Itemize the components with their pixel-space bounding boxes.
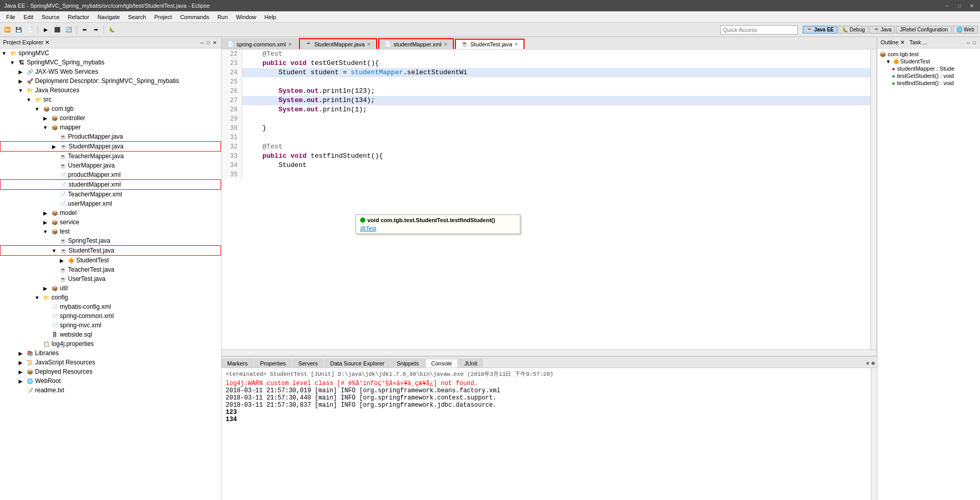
tree-item-usermapper-xml[interactable]: 📄 userMapper.xml (0, 199, 221, 208)
tree-item-teachermapper-java[interactable]: ☕ TeacherMapper.java (0, 152, 221, 161)
tab-studentmapper-java[interactable]: ☕ StudentMapper.java ✕ (299, 38, 377, 49)
menu-refactor[interactable]: Refactor (64, 13, 94, 21)
editor-hscroll[interactable] (222, 349, 876, 356)
tab-studentmapper-xml[interactable]: 📄 studentMapper.xml ✕ (378, 38, 454, 49)
menu-navigate[interactable]: Navigate (93, 13, 124, 21)
tree-item-webroot[interactable]: ▶ 🌐 WebRoot (0, 376, 221, 386)
outline-label: StudentTest (900, 58, 930, 64)
toolbar-btn-1[interactable]: ⏩ (2, 25, 12, 35)
tree-item-libraries[interactable]: ▶ 📚 Libraries (0, 348, 221, 358)
tree-item-usermapper-java[interactable]: ☕ UserMapper.java (0, 161, 221, 170)
menu-file[interactable]: File (2, 13, 20, 21)
tree-item-js-resources[interactable]: ▶ 📜 JavaScript Resources (0, 358, 221, 367)
tree-item-teachertest-java[interactable]: ☕ TeacherTest.java (0, 265, 221, 274)
tab-close-btn[interactable]: ✕ (444, 42, 448, 47)
perspective-web[interactable]: 🌐 Web (953, 26, 978, 34)
tree-item-java-resources[interactable]: ▼ 📁 Java Resources (0, 86, 221, 95)
tree-item-deployed[interactable]: ▶ 📦 Deployed Resources (0, 367, 221, 376)
tree-item-mapper[interactable]: ▼ 📦 mapper (0, 123, 221, 132)
outline-max-btn[interactable]: □ (972, 40, 977, 45)
tree-item-project[interactable]: ▼ 🏗 SpringMVC_Spring_mybatis (0, 58, 221, 67)
tab-spring-common[interactable]: 📄 spring-common.xml ✕ (222, 39, 298, 49)
maximize-button[interactable]: □ (955, 2, 964, 10)
console-clear-btn[interactable]: ✕ (866, 360, 870, 366)
tree-item-productmapper-java[interactable]: ☕ ProductMapper.java (0, 132, 221, 141)
perspective-java[interactable]: ☕ Java (870, 26, 895, 34)
code-line-28: 28 System.out.println(1); (222, 105, 870, 114)
tree-item-studenttest-java[interactable]: ▼ ☕ StudentTest.java (0, 245, 221, 256)
tree-item-src[interactable]: ▼ 📁 src (0, 95, 221, 104)
perspective-javaee[interactable]: ☕ Java EE (803, 26, 837, 34)
tree-item-usertest-java[interactable]: ☕ UserTest.java (0, 274, 221, 284)
tree-item-model[interactable]: ▶ 📦 model (0, 208, 221, 218)
tab-junit[interactable]: JUnit (459, 359, 483, 368)
tree-item-studentmapper-xml[interactable]: 📄 studentMapper.xml (0, 179, 221, 190)
tree-item-controller[interactable]: ▶ 📦 controller (0, 113, 221, 123)
tree-item-jaxws[interactable]: ▶ 🔗 JAX-WS Web Services (0, 67, 221, 76)
tab-close-btn[interactable]: ✕ (367, 42, 371, 47)
outline-item-testgetstudent-method[interactable]: ● testGetStudent() : void (880, 72, 978, 79)
panel-close-btn[interactable]: ✕ (212, 40, 218, 45)
tree-item-service[interactable]: ▶ 📦 service (0, 218, 221, 227)
outline-item-testfindstudent-method[interactable]: ● testfindStudent() : void (880, 79, 978, 87)
panel-minimize-btn[interactable]: ─ (199, 40, 205, 45)
tree-item-readme[interactable]: 📝 readme.txt (0, 386, 221, 395)
menu-window[interactable]: Window (232, 13, 260, 21)
panel-maximize-btn[interactable]: □ (206, 40, 211, 45)
toolbar-btn-5[interactable]: ⬛ (52, 25, 62, 35)
tab-console[interactable]: Console (426, 359, 458, 368)
editor-vscroll[interactable] (870, 49, 876, 349)
toolbar-btn-2[interactable]: 💾 (13, 25, 24, 35)
tab-close-btn[interactable]: ✕ (514, 42, 518, 47)
minimize-button[interactable]: ─ (943, 2, 951, 10)
tree-item-deploy-desc[interactable]: ▶ 🚀 Deployment Descriptor: SpringMVC_Spr… (0, 76, 221, 86)
code-editor[interactable]: 22 @Test 23 public void testGetStudent()… (222, 49, 870, 349)
tree-item-spring-mvc[interactable]: 📄 spring-mvc.xml (0, 321, 221, 330)
tab-studenttest-java[interactable]: ☕ StudentTest.java ✕ (455, 39, 525, 49)
close-button[interactable]: ✕ (968, 2, 976, 10)
tree-item-test[interactable]: ▼ 📦 test (0, 227, 221, 236)
tree-item-webside-sql[interactable]: 🗄 webside.sql (0, 330, 221, 339)
console-vscroll[interactable] (871, 368, 877, 500)
toolbar-btn-8[interactable]: ➡ (91, 25, 101, 35)
tab-close-btn[interactable]: ✕ (288, 42, 292, 47)
toolbar-btn-7[interactable]: ⬅ (79, 25, 90, 35)
tree-item-studenttest-class[interactable]: ▶ 🔶 StudentTest (0, 256, 221, 265)
popup-test-link[interactable]: @Test (360, 225, 376, 231)
toolbar-debug-btn[interactable]: 🐛 (107, 25, 117, 35)
toolbar-btn-4[interactable]: ▶ (41, 25, 51, 35)
outline-min-btn[interactable]: ─ (966, 40, 971, 45)
tree-item-teachermapper-xml[interactable]: 📄 TeacherMapper.xml (0, 190, 221, 199)
outline-item-studenttest-class[interactable]: ▼ 🔶 StudentTest (880, 58, 978, 65)
menu-run[interactable]: Run (213, 13, 232, 21)
perspective-debug[interactable]: 🐛 Debug (838, 26, 868, 34)
tree-item-config[interactable]: ▼ 📁 config (0, 293, 221, 302)
toolbar-btn-6[interactable]: 🔄 (63, 25, 74, 35)
tab-properties[interactable]: Properties (255, 359, 292, 368)
tree-item-studentmapper-java[interactable]: ▶ ☕ StudentMapper.java (0, 141, 221, 152)
console-scroll-lock-btn[interactable]: ⊕ (871, 360, 875, 366)
tab-servers[interactable]: Servers (293, 359, 324, 368)
tree-item-springmvc[interactable]: ▼ 📁 springMVC (0, 48, 221, 58)
toolbar-btn-3[interactable]: 📄 (25, 25, 35, 35)
outline-item-package[interactable]: 📦 com.tgb.test (880, 51, 978, 58)
menu-help[interactable]: Help (260, 13, 280, 21)
tab-data-source-explorer[interactable]: Data Source Explorer (325, 359, 390, 368)
menu-search[interactable]: Search (124, 13, 150, 21)
tree-item-mybatis-config[interactable]: 📄 mybatis-config.xml (0, 302, 221, 311)
tree-item-productmapper-xml[interactable]: 📄 productMapper.xml (0, 170, 221, 179)
tab-markers[interactable]: Markers (222, 359, 254, 368)
menu-source[interactable]: Source (38, 13, 64, 21)
menu-project[interactable]: Project (150, 13, 176, 21)
tree-item-spring-common[interactable]: 📄 spring-common.xml (0, 311, 221, 321)
tab-snippets[interactable]: Snippets (391, 359, 425, 368)
tree-item-springtest-java[interactable]: ☕ SpringTest.java (0, 236, 221, 245)
tree-item-com-tgb[interactable]: ▼ 📦 com.tgb (0, 104, 221, 113)
menu-commands[interactable]: Commands (176, 13, 213, 21)
outline-item-studentmapper-field[interactable]: ● studentMapper : Stude (880, 65, 978, 72)
quick-access-input[interactable] (720, 25, 798, 35)
tree-item-util[interactable]: ▶ 📦 util (0, 284, 221, 293)
perspective-jrebel[interactable]: JRebel Configuration (896, 26, 951, 34)
tree-item-log4j[interactable]: 📋 log4j.properties (0, 339, 221, 348)
menu-edit[interactable]: Edit (20, 13, 38, 21)
